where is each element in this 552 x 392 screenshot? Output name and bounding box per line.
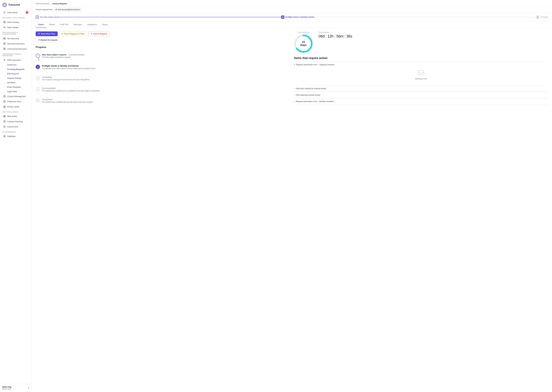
step-2-label: Preflight checks & identity enrichm: [285, 16, 314, 18]
action-item-4-row[interactable]: › Request automation error -- identity r…: [294, 100, 548, 103]
x-icon: ✕: [91, 33, 92, 35]
action-buttons: ⏱ Need More Time ⚠ Place Request on Hold…: [36, 31, 290, 36]
email-templates-label: Email Templates: [7, 86, 21, 88]
step-2-title: Preflight checks & identity enrichment: [42, 65, 290, 67]
time-remaining-label: Time remaining: [298, 31, 309, 34]
progress-step-5: 5 Completed The request was completed an…: [36, 96, 290, 105]
tabs-bar: Status Details Audit Trail Messages Inte…: [32, 21, 552, 28]
sidebar-item-silo-discovery[interactable]: Silo Discovery: [1, 36, 31, 41]
org-name: Demo Org: [2, 386, 11, 388]
need-more-time-button[interactable]: ⏱ Need More Time: [36, 31, 58, 36]
svg-line-12: [4, 27, 5, 27]
elapsed-value: 06d : 12h : 56m : 36s: [319, 34, 352, 38]
sidebar-item-email-templates[interactable]: Email Templates: [1, 85, 31, 89]
tab-messages[interactable]: Messages: [71, 21, 85, 28]
svg-rect-16: [4, 48, 5, 50]
sidebar-item-bulk-respond[interactable]: Bulk Respond: [1, 72, 31, 76]
action-item-1-row[interactable]: ▾ Request automation error -- datapoint …: [294, 63, 548, 66]
sidebar-item-action-items[interactable]: Action Items 1: [1, 10, 31, 15]
action-item-1-text: Request automation error -- datapoint re…: [296, 63, 334, 66]
chevron-right-icon-4: ›: [294, 100, 295, 103]
tab-status[interactable]: Status: [36, 21, 47, 28]
action-items-title: Items that require action: [294, 56, 548, 60]
action-items-section: Items that require action ▾ Request auto…: [294, 56, 548, 105]
action-items-label: Action Items: [7, 12, 18, 14]
step-3-label: Compiling: [540, 16, 548, 18]
cancel-request-button[interactable]: ✕ Cancel Request: [88, 31, 110, 36]
place-on-hold-button[interactable]: ⚠ Place Request on Hold: [59, 31, 87, 36]
action-item-3-row[interactable]: › Files requiring manual review: [294, 94, 548, 96]
tab-report[interactable]: Report: [100, 21, 110, 28]
step-3-icon: [536, 15, 539, 19]
sidebar-item-consent-management[interactable]: Consent Management: [1, 94, 31, 99]
svg-point-7: [4, 12, 5, 13]
data-lineage-label: Data Lineage: [7, 26, 18, 28]
progress-steps: New data subject request -- 11/22/2023 0…: [36, 51, 290, 105]
cancel-request-label: Cancel Request: [93, 33, 107, 35]
svg-rect-14: [4, 38, 5, 39]
chevron-right-icon-3: ›: [294, 94, 295, 96]
place-on-hold-label: Place Request on Hold: [64, 33, 84, 35]
step-4-desc: The request was compiled and is availabl…: [42, 90, 290, 92]
main-content: DSR Automation › Access Request Access r…: [32, 0, 552, 392]
identifiers-label: Identifiers: [7, 82, 15, 84]
sidebar-item-unstructured-discovery[interactable]: Unstructured Discovery: [1, 46, 31, 51]
restart-request-button[interactable]: ↺ Restart the request: [36, 38, 60, 42]
sidebar-item-request-settings[interactable]: Request Settings: [1, 76, 31, 80]
sidebar-item-contract-scanning[interactable]: Contract Scanning: [1, 119, 31, 124]
user-name: Demo User: [2, 388, 11, 390]
sidebar-item-incoming-requests[interactable]: Incoming Requests: [1, 67, 31, 71]
progress-section: Progress New data subject request: [36, 46, 290, 105]
breadcrumb-current: Access Request: [52, 3, 67, 5]
tab-integrations[interactable]: Integrations: [85, 21, 100, 28]
step-3-title: Compiling: [42, 76, 290, 78]
tab-details[interactable]: Details: [47, 21, 58, 28]
pathfinder-label: Pathfinder: [7, 135, 16, 137]
sidebar-item-privacy-center[interactable]: Privacy Center: [1, 104, 31, 109]
svg-rect-35: [538, 17, 538, 18]
restart-icon: ↺: [38, 39, 40, 41]
sidebar-item-assessments[interactable]: Assessments: [1, 124, 31, 129]
step-line-2: [314, 17, 536, 17]
tab-audit-trail[interactable]: Audit Trail: [57, 21, 71, 28]
nothing-todo-area: Nothing to do!: [294, 66, 548, 83]
svg-marker-28: [4, 136, 5, 137]
section-autonomous: Autonomous Privacy Operations: [0, 51, 31, 57]
requester-email: test+access@transcend.io: [58, 8, 80, 11]
step-connector-3: [39, 80, 39, 83]
consent-management-label: Consent Management: [7, 95, 26, 98]
sidebar-item-structured-discovery[interactable]: Structured Discovery: [1, 41, 31, 46]
sidebar-item-preference-store[interactable]: Preference Store: [1, 99, 31, 104]
time-elapsed-label: Time elapsed: [319, 31, 352, 34]
step-5-content: Completed The request was completed and …: [42, 98, 290, 103]
sidebar-item-dsr-automation[interactable]: DSR Automation: [1, 57, 31, 63]
chevron-down-icon-1: ▾: [294, 64, 295, 66]
svg-point-9: [4, 27, 4, 28]
main-content-area: ⏱ Need More Time ⚠ Place Request on Hold…: [32, 28, 552, 392]
chevron-down-icon[interactable]: ▾: [28, 387, 29, 389]
sidebar-item-legal-holds[interactable]: Legal Holds: [1, 89, 31, 94]
step-3-desc: Your request is being processed across a…: [42, 79, 290, 81]
progress-stepper: New data subject request Preflight check…: [32, 13, 552, 21]
sidebar-item-web-auditor[interactable]: Web Auditor: [1, 114, 31, 119]
need-more-time-label: Need More Time: [41, 33, 55, 35]
svg-point-17: [4, 48, 5, 49]
svg-point-8: [4, 21, 5, 22]
warning-icon: ⚠: [62, 33, 63, 35]
svg-point-1: [4, 4, 6, 6]
step-circle-3: 3: [36, 76, 40, 80]
breadcrumb-parent[interactable]: DSR Automation: [36, 3, 50, 5]
sidebar-item-data-inventory[interactable]: Data Inventory: [1, 20, 31, 25]
database-icon: [3, 21, 6, 23]
access-from-label: Access request from: [36, 8, 53, 11]
stepper-step-1: New data subject request: [36, 15, 59, 19]
action-item-2-row[interactable]: › Data silos marked for manual review: [294, 87, 548, 90]
assessments-icon: [3, 125, 6, 128]
sidebar-item-data-lineage[interactable]: Data Lineage: [1, 25, 31, 30]
sidebar-item-dashboard[interactable]: Dashboard: [1, 63, 31, 67]
web-auditor-label: Web Auditor: [7, 115, 17, 117]
sidebar-item-identifiers[interactable]: Identifiers: [1, 81, 31, 85]
svg-point-27: [3, 135, 5, 137]
sidebar-item-pathfinder[interactable]: Pathfinder: [1, 134, 31, 139]
structured-icon: [3, 42, 6, 45]
